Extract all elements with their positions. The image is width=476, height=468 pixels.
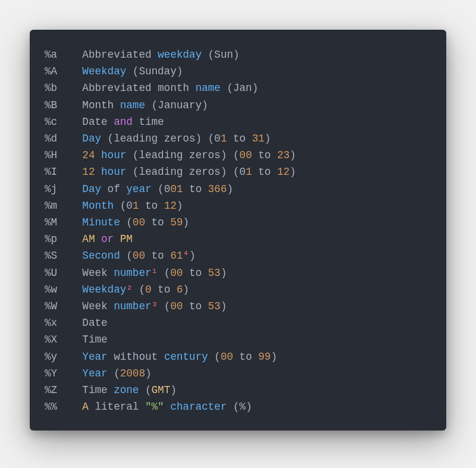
- desc-token: Weekday: [82, 65, 126, 77]
- desc-token: [164, 401, 171, 413]
- format-code: %d: [45, 133, 57, 145]
- format-code: %c: [45, 116, 57, 128]
- code-line: %m Month (01 to 12): [45, 197, 431, 214]
- code-line: %X Time: [45, 331, 431, 348]
- desc-token: ): [290, 166, 296, 178]
- desc-token: PM: [120, 233, 133, 245]
- format-code: %m: [45, 200, 57, 212]
- desc-token: 1: [221, 133, 227, 145]
- format-code: %H: [45, 149, 57, 161]
- format-code: %p: [45, 233, 57, 245]
- code-line: %Z Time zone (GMT): [45, 382, 431, 398]
- desc-token: GMT: [152, 384, 171, 396]
- desc-token: 0: [145, 284, 152, 296]
- desc-token: Day: [82, 183, 101, 195]
- desc-token: (leading zeros) (: [126, 149, 239, 161]
- desc-token: ): [189, 250, 196, 262]
- desc-token: Time: [82, 384, 114, 396]
- desc-token: 59: [170, 216, 183, 228]
- desc-token: 99: [258, 351, 271, 363]
- desc-token: (: [139, 384, 151, 396]
- desc-token: zone: [114, 384, 139, 396]
- desc-token: 61: [170, 250, 183, 262]
- desc-token: year: [126, 183, 151, 195]
- desc-token: (January): [145, 99, 208, 111]
- desc-token: to: [227, 133, 252, 145]
- desc-token: Month: [82, 99, 120, 111]
- format-code: %U: [45, 267, 57, 279]
- desc-token: 6: [177, 284, 183, 296]
- desc-token: (: [133, 284, 145, 296]
- desc-token: ): [183, 216, 189, 228]
- desc-token: and: [114, 116, 133, 128]
- format-code: %j: [45, 183, 57, 195]
- desc-token: ): [145, 368, 152, 379]
- code-line: %S Second (00 to 61⁴): [45, 247, 431, 264]
- desc-token: 00: [170, 300, 183, 312]
- desc-token: literal: [89, 401, 145, 413]
- desc-token: Abbreviated month: [82, 82, 195, 94]
- desc-token: ): [183, 284, 189, 296]
- code-line: %B Month name (January): [45, 97, 431, 114]
- desc-token: 12: [277, 166, 290, 178]
- format-code: %M: [45, 216, 57, 228]
- desc-token: Second: [82, 250, 120, 262]
- desc-token: to: [145, 216, 170, 228]
- desc-token: ): [227, 183, 233, 195]
- format-code: %b: [45, 82, 57, 94]
- format-code: %Z: [45, 384, 57, 396]
- desc-token: (: [208, 351, 221, 363]
- desc-token: without: [108, 351, 164, 363]
- format-code: %X: [45, 334, 57, 345]
- desc-token: ³: [152, 300, 158, 312]
- desc-token: hour: [101, 149, 126, 161]
- desc-token: Year: [82, 368, 107, 379]
- desc-token: (Sunday): [126, 65, 183, 77]
- desc-token: A: [82, 401, 89, 413]
- desc-token: 31: [252, 133, 264, 145]
- desc-token: (: [152, 183, 164, 195]
- code-line: %W Week number³ (00 to 53): [45, 298, 431, 315]
- desc-token: Time: [82, 334, 107, 345]
- desc-token: 1: [246, 166, 252, 178]
- format-code: %S: [45, 250, 57, 262]
- desc-token: Date: [82, 116, 114, 128]
- desc-token: ⁴: [183, 250, 189, 262]
- desc-token: century: [164, 351, 208, 363]
- desc-token: 1: [133, 200, 139, 212]
- code-line: %p AM or PM: [45, 231, 431, 247]
- code-line: %Y Year (2008): [45, 365, 431, 382]
- desc-token: ): [271, 351, 277, 363]
- desc-token: Day: [82, 133, 101, 145]
- desc-token: [95, 149, 101, 161]
- desc-token: Year: [82, 351, 107, 363]
- desc-token: 53: [208, 300, 221, 312]
- desc-token: Week: [82, 267, 114, 279]
- desc-token: [95, 233, 101, 245]
- desc-token: to: [233, 351, 258, 363]
- format-code: %Y: [45, 368, 57, 379]
- format-code: %y: [45, 351, 57, 363]
- desc-token: 0: [126, 200, 133, 212]
- desc-token: 12: [164, 200, 177, 212]
- desc-token: (: [114, 200, 126, 212]
- desc-token: ): [265, 133, 271, 145]
- desc-token: to: [139, 200, 164, 212]
- desc-token: Minute: [82, 216, 120, 228]
- desc-token: 12: [82, 166, 95, 178]
- desc-token: ¹: [152, 267, 158, 279]
- desc-token: Weekday: [82, 284, 126, 296]
- desc-token: 0: [239, 166, 246, 178]
- desc-token: 00: [133, 216, 145, 228]
- desc-token: 2008: [120, 368, 145, 379]
- desc-token: ): [221, 267, 227, 279]
- desc-token: hour: [101, 166, 126, 178]
- format-code: %W: [45, 300, 57, 312]
- desc-token: Date: [82, 317, 107, 329]
- desc-token: of: [101, 183, 126, 195]
- code-line: %a Abbreviated weekday (Sun): [45, 46, 431, 63]
- desc-token: 1: [177, 183, 183, 195]
- desc-token: 00: [133, 250, 145, 262]
- desc-token: 24: [82, 149, 95, 161]
- desc-token: 23: [277, 149, 290, 161]
